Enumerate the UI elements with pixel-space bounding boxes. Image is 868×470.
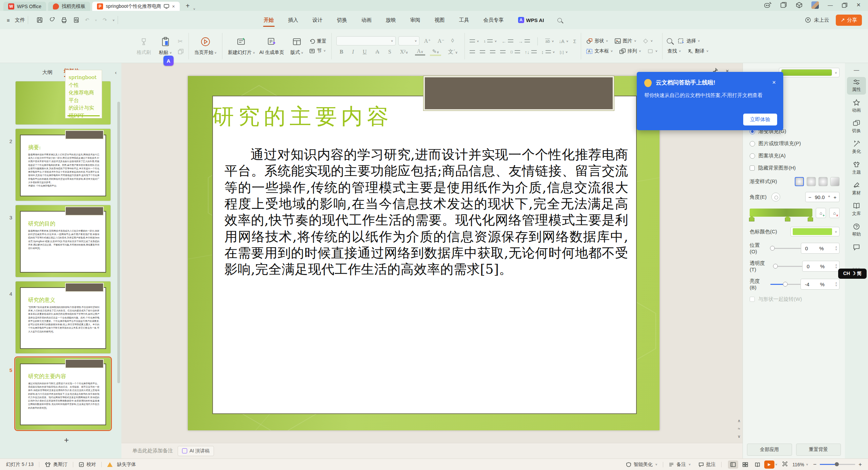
previous-slide-icon[interactable]: ≈	[737, 426, 741, 431]
close-window-button[interactable]: ×	[856, 1, 861, 9]
play-options-chevron[interactable]: ∨	[775, 463, 777, 466]
italic-button[interactable]: I	[350, 49, 356, 55]
save-icon[interactable]	[36, 17, 43, 23]
strip-comment[interactable]	[847, 242, 866, 253]
ime-language-badge[interactable]: CH ☽ 简	[838, 269, 867, 279]
position-value-box[interactable]: 0%∧∨	[801, 243, 840, 254]
increase-font-icon[interactable]: A⁺	[422, 38, 433, 44]
section-button[interactable]: 节∨	[309, 48, 327, 54]
find-button[interactable]: 查找∨	[667, 48, 681, 54]
character-shading-button[interactable]: ab∨	[545, 39, 554, 44]
zoom-level-button[interactable]: 116%∨	[792, 462, 808, 467]
gradient-style-1[interactable]	[795, 177, 804, 186]
shape-outline-button[interactable]: ∨	[647, 48, 657, 54]
user-avatar[interactable]	[811, 1, 819, 9]
print-preview-icon[interactable]	[73, 17, 80, 23]
clear-format-icon[interactable]: ◊	[449, 38, 456, 44]
zoom-slider[interactable]	[820, 464, 855, 465]
new-slide-button[interactable]: 新建幻灯片∨	[226, 32, 257, 60]
file-menu[interactable]: 文件	[15, 17, 25, 23]
gradient-style-3[interactable]	[818, 177, 828, 186]
menu-member[interactable]: 会员专享	[483, 15, 505, 25]
shape-fill-button[interactable]: ∨	[643, 38, 653, 44]
increase-indent-button[interactable]: →	[518, 39, 530, 44]
bullets-button[interactable]: ∨	[470, 39, 479, 43]
slide-thumbnail-4[interactable]: 研究的意义 “互联网+”的高速发展,使得我国的国际影响力显著增强,不仅使得经济得…	[16, 281, 111, 353]
hamburger-icon[interactable]: ≡	[7, 17, 10, 23]
proofread-button[interactable]: 校对	[79, 462, 96, 468]
add-gradient-stop-button[interactable]: ⌂+	[816, 208, 826, 218]
theme-button[interactable]: 奥斯汀	[45, 462, 67, 468]
decrease-indent-button[interactable]: ←	[501, 39, 513, 44]
align-center-button[interactable]	[480, 50, 485, 54]
zoom-in-button[interactable]: +	[859, 461, 862, 468]
slide-thumbnail-5-selected[interactable]: 研究的主要内容 通过对知识内容的学习研究,进而设计并实现一个个性化推荐电商平台。…	[16, 358, 111, 430]
ribbon-search-icon[interactable]	[667, 38, 672, 44]
undo-icon[interactable]: ↶	[85, 17, 90, 23]
slideshow-play-button[interactable]: ▶	[764, 461, 774, 469]
angle-dial[interactable]	[771, 193, 780, 201]
strip-properties[interactable]: 属性	[847, 77, 866, 95]
slide-header-decoration[interactable]	[423, 76, 614, 111]
ai-assistant-icon[interactable]	[764, 2, 771, 8]
add-slide-button[interactable]: +	[19, 434, 114, 446]
tab-document[interactable]: P springboot个性化推荐电商 ×	[92, 2, 180, 11]
transparency-slider[interactable]	[774, 266, 802, 267]
format-painter-button[interactable]: 格式刷	[133, 32, 155, 60]
close-tab-icon[interactable]: ×	[172, 4, 175, 9]
normal-view-button[interactable]	[728, 461, 738, 469]
hide-background-checkbox[interactable]	[750, 165, 755, 171]
wps-ai-float-badge[interactable]: A	[163, 56, 174, 66]
gradient-style-2[interactable]	[807, 177, 816, 186]
strip-assets[interactable]: 素材	[847, 180, 866, 198]
menu-home[interactable]: 开始	[263, 15, 275, 25]
slide-thumbnail-2[interactable]: 摘要: 随着网络科技的不断发展以及人们经济水平的逐步提高,网络技术如今已成为人们…	[16, 129, 111, 201]
strikethrough-button[interactable]: A	[373, 49, 381, 55]
arrange-button[interactable]: 排列∨	[619, 48, 641, 54]
tab-docer[interactable]: 找稻壳模板	[48, 2, 90, 11]
scroll-up-icon[interactable]: ∧	[737, 418, 741, 423]
menu-view[interactable]: 视图	[434, 15, 446, 25]
rotate-with-shape-checkbox[interactable]	[750, 297, 755, 302]
collapse-panel-icon[interactable]: ‹	[115, 70, 117, 75]
menu-review[interactable]: 审阅	[410, 15, 421, 25]
cut-button[interactable]: ✂	[178, 38, 184, 45]
reset-background-button[interactable]: 重置背景	[796, 444, 841, 456]
font-size-select[interactable]: ∨	[398, 36, 419, 45]
try-now-button[interactable]: 立即体验	[743, 114, 777, 125]
gradient-style-4[interactable]	[830, 177, 840, 186]
start-from-current-button[interactable]: 当页开始∨	[192, 32, 219, 60]
text-align-box-button[interactable]: [↕]∨	[560, 50, 568, 54]
screen-share-icon[interactable]	[164, 4, 169, 9]
pattern-fill-radio[interactable]	[750, 153, 755, 159]
missing-fonts-warning[interactable]: 缺失字体	[107, 462, 136, 468]
transparency-value-box[interactable]: 0%∧∨	[802, 261, 840, 272]
workspaces-icon[interactable]	[780, 2, 787, 8]
slide-thumbnail-3[interactable]: 研究的目的 随着网络的不断发展,互联网技术渐渐成为人们生活中重要的一部分,国家的…	[16, 205, 111, 277]
collapse-strip-icon[interactable]: —	[854, 66, 859, 75]
text-direction-button[interactable]: ↓A∨	[559, 39, 569, 44]
angle-spinner[interactable]: − 90.0 ° +	[805, 192, 840, 202]
layout-button[interactable]: 版式∨	[286, 32, 308, 60]
slide-title-textbox[interactable]: 研究的主要内容	[212, 102, 393, 131]
reset-button[interactable]: 重置	[309, 38, 327, 44]
superscript-button[interactable]: X²∨	[398, 49, 410, 55]
comments-button[interactable]: 批注	[698, 462, 716, 468]
gradient-stop-1[interactable]	[749, 216, 754, 221]
symbol-button[interactable]: Σ	[573, 39, 576, 44]
gradient-stop-3[interactable]	[808, 216, 813, 221]
apps-cube-icon[interactable]	[796, 2, 803, 8]
strip-animation[interactable]: 动画	[847, 97, 866, 115]
angle-increase[interactable]: +	[833, 194, 836, 200]
zoom-out-button[interactable]: −	[813, 461, 816, 468]
gradient-stop-bar[interactable]	[750, 209, 812, 217]
apply-all-button[interactable]: 全部应用	[747, 444, 792, 456]
tab-outline[interactable]: 大纲	[42, 69, 53, 76]
fill-color-select[interactable]: ∨	[779, 68, 840, 77]
share-button[interactable]: ↗分享	[836, 15, 862, 26]
pinyin-button[interactable]: 文ˊ∨	[446, 48, 460, 56]
strip-theme[interactable]: 主题	[847, 159, 866, 177]
current-slide[interactable]: 研究的主要内容 通过对知识内容的学习研究,进而设计并实现一个个性化推荐电商平台。…	[188, 76, 659, 430]
menu-tools[interactable]: 工具	[458, 15, 470, 25]
strip-help[interactable]: 帮助	[847, 221, 866, 239]
